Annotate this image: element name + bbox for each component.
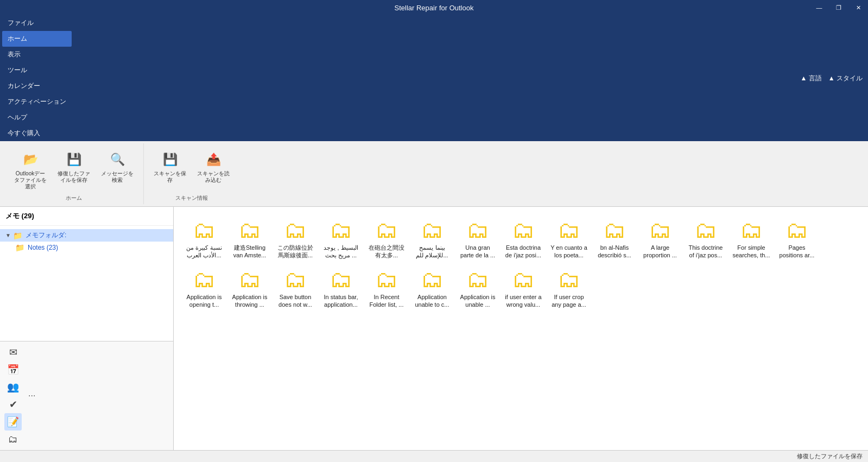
folder-label: Application is unable ... bbox=[458, 293, 497, 309]
main-layout: メモ (29) ▼📁メモフォルダ:📁Notes (23) ✉📅👥✔📝🗂 ··· … bbox=[0, 207, 868, 450]
folder-item[interactable]: 🗂البسيط , يوجد مريح بحث ... bbox=[319, 216, 363, 263]
folder-item[interactable]: 🗂Y en cuanto a los poeta... bbox=[547, 216, 591, 263]
folder-item[interactable]: 🗂Application is opening t... bbox=[182, 265, 226, 312]
folder-item[interactable]: 🗂Application unable to c... bbox=[410, 265, 454, 312]
ribbon-btn-スキャンを読み込む[interactable]: 📤スキャンを読み込む bbox=[194, 148, 233, 186]
folder-icon: 🗂 bbox=[284, 268, 307, 291]
language-menu[interactable]: ▲ 言語 bbox=[801, 74, 822, 83]
ribbon-icon: 🔍 bbox=[107, 150, 127, 169]
folder-item[interactable]: 🗂建造Stelling van Amste... bbox=[228, 216, 271, 263]
folder-label: This doctrine of i'jaz pos... bbox=[686, 244, 725, 260]
folder-item[interactable]: 🗂For simple searches, th... bbox=[730, 216, 773, 263]
folder-label: In Recent Folder list, ... bbox=[367, 293, 406, 309]
ribbon-groups: 📂Outlookデータファイルを選択💾修復したファイルを保存🔍メッセージを検索ホ… bbox=[4, 143, 239, 204]
menu-item-表示[interactable]: 表示 bbox=[2, 47, 72, 62]
folder-label: if user enter a wrong valu... bbox=[504, 293, 543, 309]
restore-button[interactable]: ❐ bbox=[829, 0, 848, 15]
ribbon-btn-メッセージを検索[interactable]: 🔍メッセージを検索 bbox=[98, 148, 137, 186]
ribbon-btn-label: 修復したファイルを保存 bbox=[58, 170, 90, 183]
tree-item-1[interactable]: 📁Notes (23) bbox=[0, 242, 173, 254]
folder-icon: 🗂 bbox=[375, 268, 398, 291]
folder-item[interactable]: 🗂bn al-Nafis describió s... bbox=[593, 216, 636, 263]
bottom-nav-contacts[interactable]: 👥 bbox=[4, 378, 22, 396]
ribbon-icon: 📤 bbox=[204, 150, 223, 169]
ribbon-btn-label: スキャンを保存 bbox=[154, 170, 186, 183]
folder-icon: 🗂 bbox=[330, 268, 352, 291]
folder-icon: 🗂 bbox=[375, 219, 398, 242]
tree-item-label: メモフォルダ: bbox=[26, 231, 66, 240]
folder-item[interactable]: 🗂بينما يسمح للإسلام للم... bbox=[410, 216, 454, 263]
folder-label: Save button does not w... bbox=[276, 293, 315, 309]
folder-item[interactable]: 🗂在砲台之間没有太多... bbox=[365, 216, 408, 263]
ribbon-group-ホーム: 📂Outlookデータファイルを選択💾修復したファイルを保存🔍メッセージを検索ホ… bbox=[4, 143, 144, 204]
menu-right: ▲ 言語 ▲ スタイル bbox=[797, 74, 866, 83]
folder-item[interactable]: 🗂Pages positions ar... bbox=[775, 216, 819, 263]
folder-label: In status bar, application... bbox=[321, 293, 360, 309]
folder-icon: 🗂 bbox=[557, 219, 580, 242]
folder-label: If user crop any page a... bbox=[549, 293, 588, 309]
menu-item-アクティベーション[interactable]: アクティベーション bbox=[2, 94, 72, 110]
menu-item-ホーム[interactable]: ホーム bbox=[2, 31, 72, 47]
more-button[interactable]: ··· bbox=[28, 391, 35, 401]
folder-icon: 🗂 bbox=[421, 268, 443, 291]
status-label: 修復したファイルを保存 bbox=[797, 452, 863, 460]
bottom-nav-tasks[interactable]: ✔ bbox=[4, 396, 22, 413]
tree-folder-icon: 📁 bbox=[15, 243, 24, 252]
folder-label: بينما يسمح للإسلام للم... bbox=[413, 244, 452, 260]
folder-item[interactable]: 🗂In status bar, application... bbox=[319, 265, 363, 312]
sidebar-tree: ▼📁メモフォルダ:📁Notes (23) bbox=[0, 226, 173, 341]
folder-label: A large proportion ... bbox=[641, 244, 680, 260]
menu-items: ファイルホーム表示ツールカレンダーアクティベーションヘルプ今すぐ購入 bbox=[2, 15, 72, 141]
minimize-button[interactable]: — bbox=[809, 0, 829, 15]
folder-item[interactable]: 🗂この防線位於馬斯線後面... bbox=[274, 216, 317, 263]
menu-item-カレンダー[interactable]: カレンダー bbox=[2, 78, 72, 94]
bottom-nav-mail[interactable]: ✉ bbox=[4, 344, 22, 361]
tree-item-0[interactable]: ▼📁メモフォルダ: bbox=[0, 229, 173, 242]
bottom-nav-calendar[interactable]: 📅 bbox=[4, 361, 22, 378]
folder-icon: 🗂 bbox=[557, 268, 580, 291]
tree-arrow-icon: ▼ bbox=[5, 232, 11, 238]
folder-label: Application is opening t... bbox=[185, 293, 224, 309]
folder-item[interactable]: 🗂Application is unable ... bbox=[456, 265, 499, 312]
folder-icon: 🗂 bbox=[512, 219, 535, 242]
menu-bar: ファイルホーム表示ツールカレンダーアクティベーションヘルプ今すぐ購入 ▲ 言語 … bbox=[0, 15, 868, 141]
folder-icon: 🗂 bbox=[785, 219, 808, 242]
bottom-nav-notes[interactable]: 📝 bbox=[4, 413, 22, 431]
menu-item-ツール[interactable]: ツール bbox=[2, 62, 72, 78]
ribbon-btn-label: スキャンを読み込む bbox=[197, 170, 230, 183]
style-menu[interactable]: ▲ スタイル bbox=[828, 74, 863, 83]
status-bar: 修復したファイルを保存 bbox=[0, 450, 868, 462]
menu-item-ヘルプ[interactable]: ヘルプ bbox=[2, 110, 72, 125]
ribbon-icon: 💾 bbox=[64, 150, 84, 169]
folder-item[interactable]: 🗂A large proportion ... bbox=[638, 216, 682, 263]
folder-label: Application is throwing ... bbox=[230, 293, 269, 309]
folder-item[interactable]: 🗂Esta doctrina de i'jaz posi... bbox=[502, 216, 545, 263]
ribbon-btn-outlookデータファイルを選択[interactable]: 📂Outlookデータファイルを選択 bbox=[11, 148, 50, 192]
sidebar-header: メモ (29) bbox=[0, 207, 173, 226]
ribbon-btn-スキャンを保存[interactable]: 💾スキャンを保存 bbox=[150, 148, 189, 186]
folder-item[interactable]: 🗂Application is throwing ... bbox=[228, 265, 271, 312]
folder-label: Application unable to c... bbox=[413, 293, 452, 309]
folder-item[interactable]: 🗂Save button does not w... bbox=[274, 265, 317, 312]
close-button[interactable]: ✕ bbox=[848, 0, 868, 15]
ribbon-buttons: 💾スキャンを保存📤スキャンを読み込む bbox=[150, 145, 233, 192]
folder-icon: 🗂 bbox=[193, 219, 216, 242]
folder-icon: 🗂 bbox=[421, 219, 443, 242]
folder-item[interactable]: 🗂Una gran parte de la ... bbox=[456, 216, 499, 263]
ribbon-group-スキャン情報: 💾スキャンを保存📤スキャンを読み込むスキャン情報 bbox=[144, 143, 239, 204]
ribbon-btn-修復したファイルを保存[interactable]: 💾修復したファイルを保存 bbox=[54, 148, 93, 186]
folder-item[interactable]: 🗂In Recent Folder list, ... bbox=[365, 265, 408, 312]
sidebar: メモ (29) ▼📁メモフォルダ:📁Notes (23) ✉📅👥✔📝🗂 ··· bbox=[0, 207, 174, 450]
folder-item[interactable]: 🗂If user crop any page a... bbox=[547, 265, 591, 312]
folder-label: この防線位於馬斯線後面... bbox=[276, 244, 315, 260]
folder-item[interactable]: 🗂This doctrine of i'jaz pos... bbox=[684, 216, 727, 263]
menu-item-ファイル[interactable]: ファイル bbox=[2, 15, 72, 31]
folder-label: البسيط , يوجد مريح بحث ... bbox=[321, 244, 360, 260]
folder-item[interactable]: 🗂نسبة كبيرة من الأدب العرب... bbox=[182, 216, 226, 263]
ribbon-group-label: ホーム bbox=[66, 192, 82, 202]
menu-item-今すぐ購入[interactable]: 今すぐ購入 bbox=[2, 125, 72, 141]
folder-item[interactable]: 🗂if user enter a wrong valu... bbox=[502, 265, 545, 312]
bottom-nav-folders[interactable]: 🗂 bbox=[4, 431, 22, 448]
bottom-nav: ✉📅👥✔📝🗂 ··· bbox=[0, 341, 173, 450]
ribbon-icon: 💾 bbox=[160, 150, 180, 169]
